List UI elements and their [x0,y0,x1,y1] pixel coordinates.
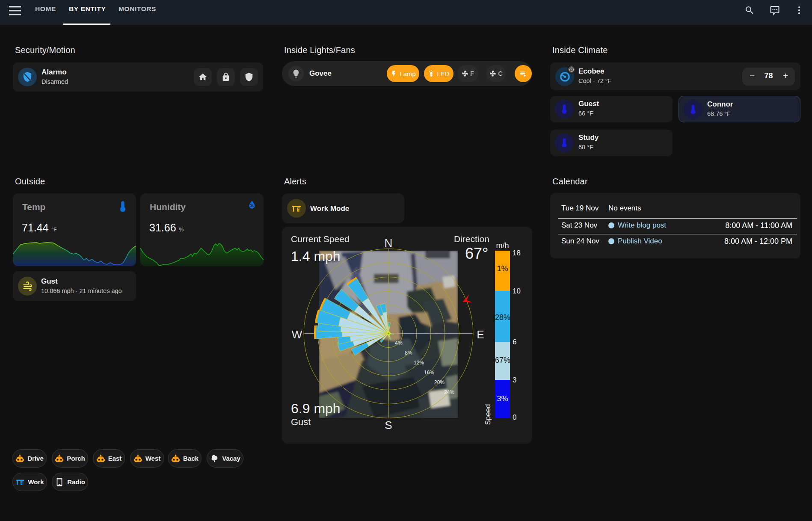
svg-text:20%: 20% [434,379,445,385]
svg-text:S: S [385,419,392,432]
svg-text:N: N [385,237,393,249]
svg-text:24%: 24% [444,389,454,395]
svg-text:W: W [292,328,302,341]
svg-text:16%: 16% [424,370,434,376]
svg-text:E: E [477,328,484,341]
svg-text:4%: 4% [395,340,403,346]
svg-text:8%: 8% [405,350,412,356]
svg-text:12%: 12% [414,360,424,366]
